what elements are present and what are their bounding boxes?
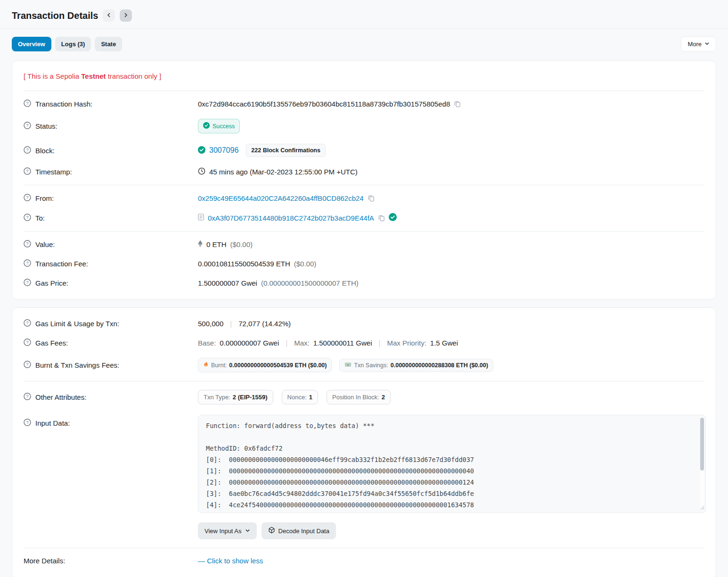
transaction-hash-label: Transaction Hash: [35,100,92,108]
position-in-block-label: Position In Block: [332,394,379,401]
decode-input-data-button[interactable]: Decode Input Data [262,522,336,539]
copy-icon[interactable] [368,195,375,202]
help-icon[interactable]: ? [24,361,31,370]
max-priority-fee-label: Max Priority: [387,339,426,347]
help-icon[interactable]: ? [24,99,31,108]
cube-icon [268,527,275,535]
nonce-value: 1 [309,394,312,401]
transaction-fee-row: ? Transaction Fee: 0.000108115500504539 … [24,254,704,273]
tab-overview[interactable]: Overview [12,37,51,51]
position-in-block-value: 2 [382,394,385,401]
burnt-savings-label: Burnt & Txn Savings Fees: [35,361,119,369]
clock-icon [198,167,205,176]
view-input-as-label: View Input As [204,528,242,535]
transaction-hash-value: 0xc72d984ccac6190b5f135576eb97b03604bc81… [198,100,450,108]
section-divider [24,185,704,185]
input-data-textarea[interactable]: Function: forward(address to,bytes data)… [198,415,706,513]
overview-card: [ This is a Sepolia Testnet transaction … [12,60,716,300]
testnet-warning: [ This is a Sepolia Testnet transaction … [24,65,704,87]
from-row: ? From: 0x259c49E65644a020C2A642260a4ffB… [24,189,704,208]
help-icon[interactable]: ? [24,279,31,288]
verified-check-circle-icon [389,213,397,223]
flame-icon [203,361,209,369]
help-icon[interactable]: ? [24,338,31,347]
more-details-row: More Details: — Click to show less [24,552,704,572]
help-icon[interactable]: ? [24,194,31,203]
txn-savings-badge: $ Txn Savings: 0.000000000000288308 ETH … [339,359,493,372]
previous-transaction-button[interactable] [103,9,115,22]
txn-type-value: 2 (EIP-1559) [233,394,268,401]
svg-text:?: ? [26,260,28,265]
gas-limit-label: Gas Limit & Usage by Txn: [35,320,119,328]
section-divider [24,231,704,231]
svg-text:?: ? [26,420,28,425]
next-transaction-button[interactable] [120,9,132,22]
max-priority-fee-value: 1.5 Gwei [430,339,458,347]
help-icon[interactable]: ? [24,240,31,249]
gas-limit-row: ? Gas Limit & Usage by Txn: 500,000 | 72… [24,312,704,333]
help-icon[interactable]: ? [24,214,31,223]
other-attributes-row: ? Other Attributes: Txn Type: 2 (EIP-155… [24,385,704,410]
copy-icon[interactable] [454,100,461,107]
help-icon[interactable]: ? [24,393,31,402]
help-icon[interactable]: ? [24,146,31,155]
more-button-label: More [687,41,702,48]
tab-state[interactable]: State [95,37,122,51]
value-row: ? Value: 0 ETH ($0.00) [24,235,704,254]
section-divider [24,91,704,91]
help-icon[interactable]: ? [24,419,31,428]
details-card: ? Gas Limit & Usage by Txn: 500,000 | 72… [12,307,716,577]
input-data-scrollbar[interactable] [700,417,704,511]
from-address-link[interactable]: 0x259c49E65644a020C2A642260a4ffB0CD862cb… [198,194,364,202]
decode-input-data-label: Decode Input Data [278,528,329,535]
txn-type-badge: Txn Type: 2 (EIP-1559) [198,390,273,404]
resize-handle-icon[interactable] [700,503,704,511]
transaction-fee-amount: 0.000108115500504539 ETH [198,260,290,268]
pipe-separator: | [230,320,232,328]
svg-text:?: ? [26,280,28,285]
more-dropdown-button[interactable]: More [681,36,716,52]
block-number-link[interactable]: 3007096 [209,146,238,155]
svg-text:?: ? [26,123,28,128]
gas-price-row: ? Gas Price: 1.500000007 Gwei (0.0000000… [24,273,704,293]
input-data-label: Input Data: [35,419,70,427]
page-header: Transaction Details [12,0,716,28]
show-less-link[interactable]: — Click to show less [198,557,263,565]
burnt-fee-name: Burnt: [211,362,227,369]
help-icon[interactable]: ? [24,167,31,176]
timestamp-value: 45 mins ago (Mar-02-2023 12:55:00 PM +UT… [209,168,358,176]
chevron-left-icon [106,12,112,19]
transaction-fee-label: Transaction Fee: [35,260,88,268]
copy-icon[interactable] [378,214,385,222]
transaction-fee-usd: ($0.00) [294,260,317,268]
status-row: ? Status: Success [24,114,704,139]
help-icon[interactable]: ? [24,319,31,328]
contract-document-icon [198,214,204,222]
value-amount: 0 ETH [206,240,227,248]
scrollbar-thumb[interactable] [700,418,704,470]
timestamp-label: Timestamp: [35,168,72,176]
help-icon[interactable]: ? [24,122,31,131]
view-input-as-button[interactable]: View Input As [198,522,257,539]
max-fee-label: Max: [294,339,310,347]
help-icon[interactable]: ? [24,259,31,268]
to-row: ? To: 0xA3f07D6773514480b918C2742b027b3a… [24,208,704,228]
txn-type-label: Txn Type: [204,394,230,401]
gas-price-label: Gas Price: [35,279,68,287]
other-attributes-label: Other Attributes: [35,393,86,401]
block-label: Block: [35,147,55,155]
svg-text:?: ? [26,214,28,220]
testnet-warning-bold: Testnet [81,72,106,80]
txn-savings-name: Txn Savings: [354,362,388,369]
section-divider [24,548,704,548]
to-label: To: [35,214,45,222]
burnt-savings-row: ? Burnt & Txn Savings Fees: Burnt: 0.000… [24,353,704,378]
check-circle-icon [198,146,205,155]
pipe-separator: | [286,339,287,347]
gas-price-eth: (0.000000001500000007 ETH) [261,279,359,287]
tab-logs[interactable]: Logs (3) [55,37,91,51]
burnt-fee-badge: Burnt: 0.000000000000504539 ETH ($0.00) [198,358,332,372]
more-details-label: More Details: [24,557,65,565]
chevron-down-icon [245,528,250,535]
to-address-link[interactable]: 0xA3f07D6773514480b918C2742b027b3acD9E44… [208,214,374,222]
